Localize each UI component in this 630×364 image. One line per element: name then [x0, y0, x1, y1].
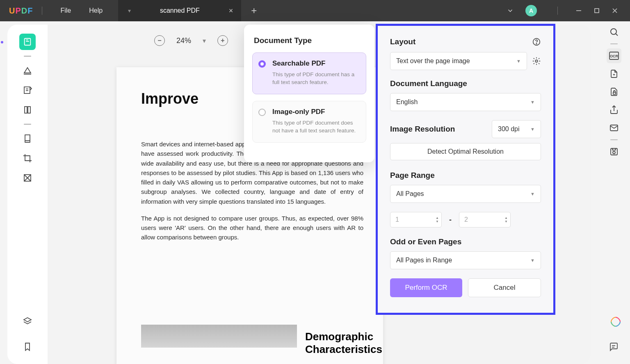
language-label: Document Language: [390, 79, 541, 88]
svg-rect-30: [612, 148, 616, 150]
tool-crop[interactable]: [19, 150, 36, 166]
option-description: This type of PDF document has a full tex…: [272, 71, 359, 86]
tool-layers[interactable]: [19, 313, 36, 330]
caret-down-icon: ▼: [530, 100, 535, 105]
option-label: Image-only PDF: [272, 108, 359, 116]
layout-label: Layout: [390, 37, 415, 46]
divider: [24, 124, 31, 125]
zoom-in-icon[interactable]: +: [217, 35, 228, 46]
menu-file[interactable]: File: [51, 7, 80, 14]
page-from-input[interactable]: 1 ▲▼: [390, 212, 442, 228]
save-icon[interactable]: [607, 144, 621, 159]
layout-select[interactable]: Text over the page image ▼: [390, 52, 527, 70]
svg-rect-25: [613, 92, 616, 94]
radio-selected-icon: [258, 60, 266, 68]
perform-ocr-button[interactable]: Perform OCR: [390, 278, 462, 297]
svg-rect-11: [25, 107, 27, 113]
resolution-label: Image Resolution: [390, 125, 455, 134]
page-range-label: Page Range: [390, 171, 541, 180]
divider: [24, 56, 31, 57]
avatar[interactable]: A: [525, 5, 537, 16]
divider: [557, 7, 558, 15]
tool-highlight[interactable]: [19, 62, 36, 79]
share-icon[interactable]: [607, 102, 621, 117]
document-type-panel: Document Type Searchable PDF This type o…: [244, 25, 374, 162]
svg-point-21: [611, 29, 616, 34]
input-value: 1: [395, 216, 399, 223]
odd-even-label: Odd or Even Pages: [390, 237, 541, 246]
option-image-only-pdf[interactable]: Image-only PDF This type of PDF document…: [252, 101, 366, 143]
titlebar: UPDF File Help ▾ scanned PDF × + A: [0, 0, 630, 21]
zoom-value: 24%: [176, 36, 191, 45]
tool-annotate[interactable]: [19, 82, 36, 98]
tab-close-icon[interactable]: ×: [229, 7, 233, 15]
window-maximize-icon[interactable]: [591, 5, 603, 16]
indicator-dot: [1, 41, 3, 43]
cancel-button[interactable]: Cancel: [468, 278, 541, 297]
svg-line-22: [616, 34, 618, 36]
window-close-icon[interactable]: [609, 5, 621, 16]
caret-down-icon: ▼: [530, 191, 535, 196]
tab-add-icon[interactable]: +: [251, 5, 257, 16]
window-minimize-icon[interactable]: [573, 5, 585, 16]
option-label: Searchable PDF: [272, 59, 359, 68]
tool-pages[interactable]: [19, 102, 36, 118]
chevron-down-icon[interactable]: [507, 7, 514, 14]
select-value: English: [396, 98, 418, 106]
page-range-select[interactable]: All Pages ▼: [390, 185, 541, 203]
updf-gem-icon[interactable]: [610, 316, 621, 327]
select-value: All Pages: [396, 190, 424, 198]
help-icon[interactable]: [532, 37, 541, 46]
svg-point-29: [613, 151, 615, 154]
right-sidebar: OCR: [598, 25, 630, 159]
divider: [610, 43, 618, 44]
svg-rect-1: [595, 9, 599, 13]
search-icon[interactable]: [607, 25, 621, 39]
comment-icon[interactable]: [609, 342, 619, 352]
menu-help[interactable]: Help: [80, 7, 112, 14]
panel-title: Document Type: [252, 36, 366, 45]
language-select[interactable]: English ▼: [390, 93, 541, 111]
zoom-dropdown-icon[interactable]: ▾: [203, 37, 206, 45]
resolution-select[interactable]: 300 dpi ▼: [492, 120, 541, 138]
option-searchable-pdf[interactable]: Searchable PDF This type of PDF document…: [252, 52, 366, 94]
tool-redact[interactable]: [19, 170, 36, 186]
convert-icon[interactable]: [607, 66, 621, 81]
divider: [610, 139, 618, 140]
tab-title: scanned PDF: [147, 7, 212, 14]
detect-resolution-button[interactable]: Detect Optimal Resolution: [390, 143, 541, 160]
spinner-icon[interactable]: ▲▼: [436, 216, 439, 223]
svg-point-20: [535, 60, 538, 62]
odd-even-select[interactable]: All Pages in Range ▼: [390, 251, 541, 269]
radio-unselected-icon: [258, 109, 266, 116]
caret-down-icon: ▼: [516, 59, 521, 64]
spinner-icon[interactable]: ▲▼: [504, 216, 508, 223]
ocr-settings-panel: Layout Text over the page image ▼ Docume…: [376, 24, 555, 315]
app-logo: UPDF: [9, 6, 33, 16]
tool-bookmark[interactable]: [19, 339, 36, 355]
protect-icon[interactable]: [607, 84, 621, 99]
tool-reader[interactable]: [19, 34, 36, 50]
page-to-input[interactable]: 2 ▲▼: [459, 212, 511, 228]
svg-rect-13: [25, 135, 30, 141]
caret-down-icon: ▼: [530, 258, 535, 263]
tool-organize[interactable]: [19, 130, 36, 147]
svg-point-19: [536, 43, 536, 44]
svg-text:OCR: OCR: [610, 54, 619, 58]
tab-scanned-pdf[interactable]: ▾ scanned PDF ×: [118, 0, 241, 21]
ocr-icon[interactable]: OCR: [607, 48, 621, 63]
zoom-out-icon[interactable]: −: [154, 35, 165, 46]
svg-rect-8: [24, 87, 30, 93]
select-value: Text over the page image: [396, 57, 470, 65]
svg-rect-12: [28, 107, 30, 113]
select-value: All Pages in Range: [396, 257, 452, 264]
divider: [42, 7, 42, 15]
tab-dropdown-icon[interactable]: ▾: [128, 7, 131, 14]
gear-icon[interactable]: [532, 57, 541, 66]
email-icon[interactable]: [607, 121, 621, 135]
select-value: 300 dpi: [498, 125, 520, 133]
caret-down-icon: ▼: [530, 127, 535, 132]
range-dash: -: [449, 216, 452, 224]
left-sidebar: [7, 25, 48, 364]
zoom-controls: − 24% ▾ +: [154, 35, 228, 46]
